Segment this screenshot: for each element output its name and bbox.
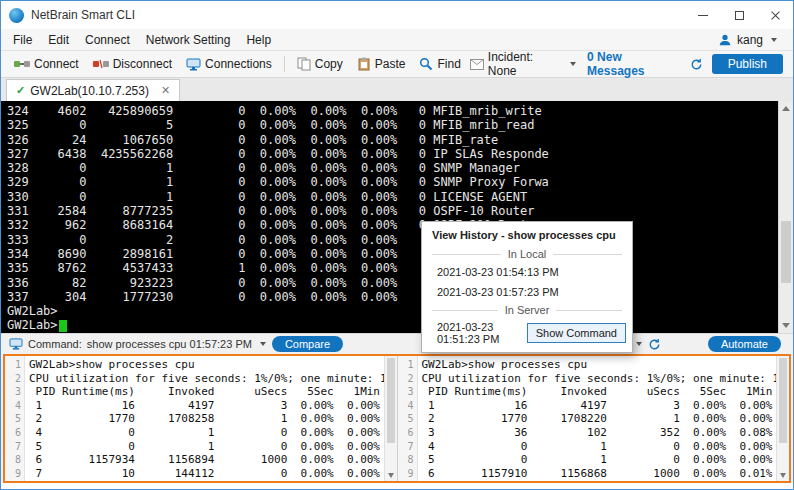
code-line: CPU utilization for five seconds: 1%/0%;… <box>422 372 777 386</box>
code-line: CPU utilization for five seconds: 1%/0%;… <box>29 372 384 386</box>
terminal-scrollbar[interactable] <box>778 101 793 333</box>
code-line: 3 36 102 352 0.00% 0.08% <box>422 426 777 440</box>
line-number: 4 <box>398 399 414 413</box>
line-number: 5 <box>398 412 414 426</box>
code-line: GW2Lab>show processes cpu <box>422 358 777 372</box>
copy-icon <box>297 57 311 71</box>
app-logo-icon <box>9 8 24 23</box>
line-number: 4 <box>5 399 21 413</box>
show-command-button[interactable]: Show Command <box>527 323 626 343</box>
find-label: Find <box>437 57 460 71</box>
paste-button[interactable]: Paste <box>350 54 413 74</box>
copy-button[interactable]: Copy <box>290 54 350 74</box>
automate-button[interactable]: Automate <box>708 336 781 352</box>
terminal-cursor <box>59 320 67 332</box>
connections-label: Connections <box>205 57 272 71</box>
maximize-button[interactable] <box>721 1 757 29</box>
minimize-icon <box>698 15 708 16</box>
terminal[interactable]: 324 4602 425890659 0 0.00% 0.00% 0.00% 0… <box>1 101 793 333</box>
refresh-icon[interactable] <box>648 338 661 351</box>
in-local-header: In Local <box>422 246 632 262</box>
disconnect-icon <box>93 58 109 70</box>
command-dropdown[interactable]: Command: show processes cpu 01:57:23 PM <box>9 338 266 350</box>
pane-scrollbar[interactable] <box>776 356 789 481</box>
scroll-up-button[interactable] <box>779 101 793 116</box>
menu-network-setting[interactable]: Network Setting <box>138 30 239 50</box>
compare-button[interactable]: Compare <box>272 336 343 352</box>
window-title: NetBrain Smart CLI <box>31 8 135 22</box>
terminal-output: 324 4602 425890659 0 0.00% 0.00% 0.00% 0… <box>1 101 778 333</box>
history-item-local-1[interactable]: 2021-03-23 01:54:13 PM <box>422 262 632 282</box>
menu-connect[interactable]: Connect <box>77 30 138 50</box>
terminal-prompt: GW2Lab> <box>7 304 778 318</box>
code-line: 6 1157934 1156894 1000 0.00% 0.00% <box>29 453 384 467</box>
line-number: 9 <box>5 467 21 481</box>
line-number: 5 <box>5 412 21 426</box>
code-line: 6 1157910 1156868 1000 0.00% 0.01% <box>422 467 777 481</box>
tab-gw2lab[interactable]: ✓ GW2Lab(10.10.7.253) ✕ <box>6 79 180 101</box>
incident-label: Incident: None <box>488 50 563 78</box>
paste-icon <box>357 57 371 71</box>
connections-icon <box>186 58 201 71</box>
code-line: GW2Lab>show processes cpu <box>29 358 384 372</box>
line-number: 2 <box>398 372 414 386</box>
scrollbar-thumb[interactable] <box>387 358 395 443</box>
terminal-line: 337 304 1777230 0 0.00% 0.00% 0.00% <box>7 290 778 304</box>
line-number: 7 <box>5 440 21 454</box>
compare-pane-left: 1 2 3 4 5 6 7 8 9 GW2Lab>show processes … <box>5 356 397 481</box>
disconnect-button[interactable]: Disconnect <box>86 54 179 74</box>
compare-panel: 1 2 3 4 5 6 7 8 9 GW2Lab>show processes … <box>3 354 791 483</box>
connections-button[interactable]: Connections <box>179 54 279 74</box>
user-menu[interactable]: kang <box>718 33 789 47</box>
command-bar: Command: show processes cpu 01:57:23 PM … <box>1 333 793 354</box>
scrollbar-thumb[interactable] <box>781 221 791 283</box>
check-icon: ✓ <box>16 84 25 97</box>
user-name: kang <box>737 33 763 47</box>
line-number: 6 <box>5 426 21 440</box>
command-label: Command: <box>28 338 82 350</box>
terminal-prompt: GW2Lab> <box>7 318 778 332</box>
copy-label: Copy <box>315 57 343 71</box>
history-item-server[interactable]: 2021-03-23 01:51:23 PM <box>437 321 518 345</box>
find-button[interactable]: Find <box>412 54 467 74</box>
connect-icon <box>14 58 30 70</box>
close-button[interactable] <box>757 1 793 29</box>
code-line: 2 1770 1708258 1 0.00% 0.00% <box>29 412 384 426</box>
line-number: 7 <box>398 440 414 454</box>
scrollbar-track[interactable] <box>779 116 793 318</box>
code-line: 1 16 4197 3 0.00% 0.00% <box>29 399 384 413</box>
publish-button[interactable]: Publish <box>712 54 783 74</box>
menu-edit[interactable]: Edit <box>40 30 77 50</box>
menu-help[interactable]: Help <box>238 30 279 50</box>
menu-file[interactable]: File <box>5 30 40 50</box>
scroll-down-button[interactable] <box>779 318 793 333</box>
code-line: 4 0 1 0 0.00% 0.00% <box>29 426 384 440</box>
terminal-line: 335 8762 4537433 1 0.00% 0.00% 0.00% <box>7 261 778 275</box>
terminal-line: 329 0 1 0 0.00% 0.00% 0.00% 0 SNMP Proxy… <box>7 175 778 189</box>
terminal-line: 327 6438 4235562268 0 0.00% 0.00% 0.00% … <box>7 147 778 161</box>
incident-dropdown[interactable]: Incident: None <box>468 47 578 81</box>
terminal-line: 328 0 1 0 0.00% 0.00% 0.00% 0 SNMP Manag… <box>7 161 778 175</box>
toolbar: Connect Disconnect Connections Co <box>1 51 793 78</box>
code-line: 7 10 144112 0 0.00% 0.00% <box>29 467 384 481</box>
code-view: GW2Lab>show processes cpu CPU utilizatio… <box>418 356 777 481</box>
popup-title: View History - show processes cpu <box>422 222 632 246</box>
connect-button[interactable]: Connect <box>7 54 86 74</box>
refresh-icon[interactable] <box>690 58 703 71</box>
compare-pane-right: 1 2 3 4 5 6 7 8 9 GW2Lab>show processes … <box>397 356 790 481</box>
code-view: GW2Lab>show processes cpu CPU utilizatio… <box>25 356 384 481</box>
find-icon <box>419 57 433 71</box>
toolbar-right: Incident: None 0 New Messages Publish <box>468 47 787 81</box>
new-messages-link[interactable]: 0 New Messages <box>587 50 681 78</box>
terminal-line: 332 962 8683164 0 0.00% 0.00% 0.00% 0 OS… <box>7 218 778 232</box>
toolbar-separator <box>284 56 285 72</box>
minimize-button[interactable] <box>685 1 721 29</box>
terminal-line: 331 2584 8777235 0 0.00% 0.00% 0.00% 0 O… <box>7 204 778 218</box>
scrollbar-thumb[interactable] <box>779 358 787 443</box>
code-line: PID Runtime(ms) Invoked uSecs 5Sec 1Min <box>422 385 777 399</box>
line-number: 9 <box>398 467 414 481</box>
chevron-down-icon <box>636 342 642 346</box>
history-item-local-2[interactable]: 2021-03-23 01:57:23 PM <box>422 282 632 302</box>
tab-close-icon[interactable]: ✕ <box>161 84 170 97</box>
pane-scrollbar[interactable] <box>384 356 397 481</box>
